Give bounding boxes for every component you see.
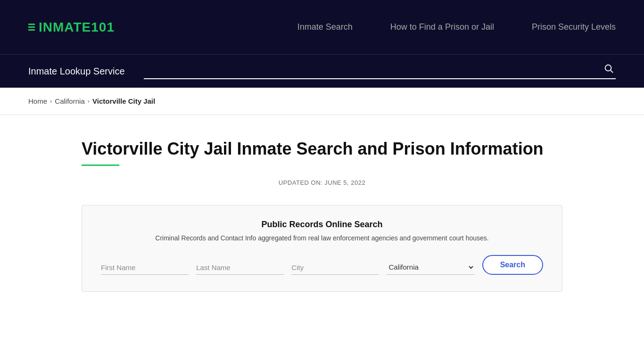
svg-point-0	[605, 65, 611, 71]
last-name-field	[196, 261, 284, 275]
records-form: California Search	[101, 255, 543, 275]
breadcrumb-chevron-1: ›	[50, 98, 52, 105]
records-box-title: Public Records Online Search	[101, 220, 543, 230]
breadcrumb-chevron-2: ›	[88, 98, 90, 105]
nav-find-prison[interactable]: How to Find a Prison or Jail	[390, 22, 494, 32]
svg-line-1	[611, 70, 613, 73]
records-box: Public Records Online Search Criminal Re…	[82, 205, 562, 292]
first-name-input[interactable]	[101, 261, 189, 275]
last-name-input[interactable]	[196, 261, 284, 275]
logo-number: 101	[91, 20, 115, 34]
nav-security-levels[interactable]: Prison Security Levels	[532, 22, 616, 32]
breadcrumb-state[interactable]: California	[55, 97, 84, 105]
service-label: Inmate Lookup Service	[28, 66, 125, 77]
records-box-description: Criminal Records and Contact Info aggreg…	[101, 234, 543, 242]
navbar: INMATE101 Inmate Search How to Find a Pr…	[0, 0, 644, 54]
city-field	[291, 261, 379, 275]
breadcrumb-section: Home › California › Victorville City Jai…	[0, 88, 644, 115]
search-input[interactable]	[144, 66, 602, 74]
page-title: Victorville City Jail Inmate Search and …	[82, 139, 562, 159]
logo-text: INMATE101	[39, 20, 115, 35]
search-input-wrapper	[144, 63, 616, 79]
search-bar-section: Inmate Lookup Service	[0, 54, 644, 88]
title-underline	[82, 165, 119, 166]
records-search-button[interactable]: Search	[482, 255, 543, 275]
city-input[interactable]	[291, 261, 379, 275]
main-content: Victorville City Jail Inmate Search and …	[63, 115, 581, 311]
logo-bars-icon	[28, 24, 35, 31]
state-select[interactable]: California	[387, 260, 474, 275]
state-field: California	[387, 260, 474, 275]
nav-inmate-search[interactable]: Inmate Search	[297, 22, 353, 32]
breadcrumb-home[interactable]: Home	[28, 97, 47, 105]
search-submit-button[interactable]	[602, 63, 616, 76]
nav-links: Inmate Search How to Find a Prison or Ja…	[297, 22, 616, 32]
updated-on: UPDATED ON: JUNE 5, 2022	[82, 179, 562, 186]
breadcrumb-current: Victorville City Jail	[92, 97, 155, 105]
breadcrumb: Home › California › Victorville City Jai…	[28, 97, 616, 105]
first-name-field	[101, 261, 189, 275]
logo-link[interactable]: INMATE101	[28, 20, 115, 35]
